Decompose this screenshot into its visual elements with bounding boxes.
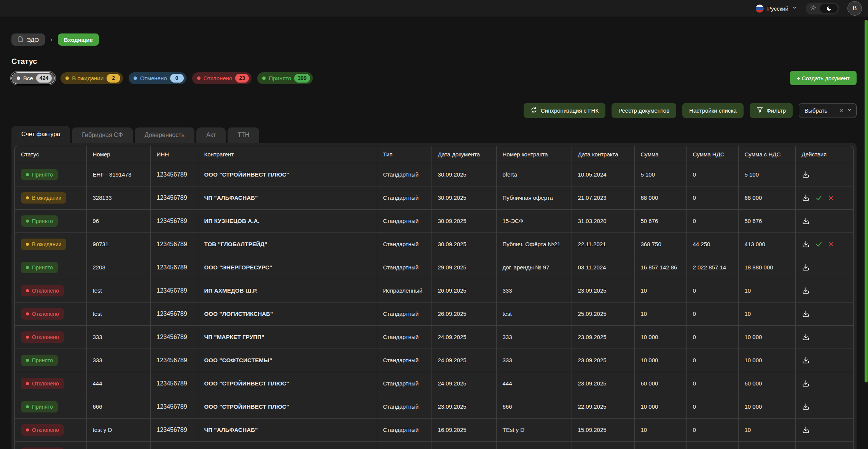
row-actions bbox=[802, 287, 847, 295]
row-actions bbox=[802, 170, 847, 178]
row-actions bbox=[802, 217, 847, 225]
filter-button[interactable]: Фильтр bbox=[750, 103, 793, 118]
breadcrumb-item-inbox[interactable]: Входящие bbox=[58, 33, 99, 46]
status-dot-icon bbox=[17, 76, 20, 80]
table-row[interactable]: Отклоненоtest y D123456789ЧП "АЛЬФАСНАБ"… bbox=[15, 418, 853, 441]
table-row[interactable]: В ожидании90731123456789ТОВ "ГЛОБАЛТРЕЙД… bbox=[15, 232, 853, 256]
download-icon[interactable] bbox=[802, 356, 810, 364]
status-filter-chips: Все424В ожидании2Отменено0Отклонено23При… bbox=[11, 72, 313, 84]
vat-cell: 0 bbox=[686, 372, 738, 395]
amount-with-vat-cell: 5 100 bbox=[738, 163, 795, 186]
table-row[interactable]: ПринятоEHF - 3191473123456789ООО "СТРОЙИ… bbox=[15, 163, 853, 186]
table-row[interactable]: Отклонено444123456789ООО "СТРОЙИНВЕСТ ПЛ… bbox=[15, 372, 853, 395]
table-row[interactable]: Принято96123456789ИП КУЗНЕЦОВ А.А.Станда… bbox=[15, 209, 853, 232]
download-icon[interactable] bbox=[802, 403, 810, 411]
number-cell: 90731 bbox=[86, 232, 150, 256]
vat-cell bbox=[686, 441, 738, 449]
tab-ттн[interactable]: ТТН bbox=[228, 127, 259, 143]
number-cell: test bbox=[86, 279, 150, 302]
row-actions bbox=[802, 310, 847, 318]
download-icon[interactable] bbox=[802, 310, 810, 318]
create-document-button[interactable]: + Создать документ bbox=[790, 71, 857, 85]
amount-with-vat-cell: 50 676 bbox=[738, 209, 795, 232]
counterparty-cell: ЧП "АЛЬФАСНАБ" bbox=[198, 186, 377, 209]
chip-label: Отменено bbox=[140, 75, 167, 81]
table-row[interactable]: Отклонено bbox=[15, 441, 853, 449]
status-filter-accepted[interactable]: Принято399 bbox=[257, 72, 312, 84]
table-row[interactable]: Принято2203123456789ООО "ЭНЕРГОРЕСУРС"Ст… bbox=[15, 256, 853, 279]
breadcrumb-item-edo[interactable]: ЭДО bbox=[11, 33, 45, 46]
amount-with-vat-cell: 10 bbox=[738, 279, 795, 302]
column-header: Дата документа bbox=[432, 146, 496, 163]
theme-toggle[interactable] bbox=[806, 3, 839, 14]
download-icon[interactable] bbox=[802, 426, 810, 434]
status-filter-all-selected[interactable]: Все424 bbox=[11, 72, 55, 84]
actions-cell bbox=[795, 418, 853, 441]
amount-cell: 16 857 142.86 bbox=[634, 256, 686, 279]
sync-gnk-button[interactable]: Синхронизация с ГНК bbox=[524, 103, 605, 118]
chip-label: Все bbox=[23, 75, 33, 81]
actions-cell bbox=[795, 372, 853, 395]
language-selector[interactable]: Русский bbox=[756, 5, 797, 13]
status-dot-icon bbox=[26, 359, 29, 362]
download-icon[interactable] bbox=[802, 333, 810, 341]
reject-x-icon[interactable] bbox=[828, 241, 834, 247]
status-filter-pending[interactable]: В ожидании2 bbox=[61, 72, 123, 84]
download-icon[interactable] bbox=[802, 379, 810, 387]
tab-доверенность[interactable]: Доверенность bbox=[135, 127, 194, 143]
main-content: ЭДО › Входящие Статус Все424В ожидании2О… bbox=[0, 33, 868, 449]
type-cell: Стандартный bbox=[377, 163, 432, 186]
chip-count-badge: 424 bbox=[36, 74, 52, 83]
download-icon[interactable] bbox=[802, 240, 810, 248]
vertical-scrollbar[interactable] bbox=[865, 20, 868, 382]
status-dot-icon bbox=[134, 76, 137, 80]
status-dot-icon bbox=[26, 266, 29, 269]
status-filter-rejected[interactable]: Отклонено23 bbox=[192, 72, 252, 84]
status-cell: Отклонено bbox=[15, 279, 86, 302]
actions-cell bbox=[795, 186, 853, 209]
contract-date-cell: 03.11.2024 bbox=[572, 256, 634, 279]
document-registry-button[interactable]: Реестр документов bbox=[612, 103, 676, 118]
number-cell: 328133 bbox=[86, 186, 150, 209]
amount-cell: 10 bbox=[634, 302, 686, 325]
table-row[interactable]: В ожидании328133123456789ЧП "АЛЬФАСНАБ"С… bbox=[15, 186, 853, 209]
vat-cell: 0 bbox=[686, 163, 738, 186]
inn-cell: 123456789 bbox=[150, 163, 198, 186]
status-filter-canceled[interactable]: Отменено0 bbox=[129, 72, 186, 84]
tab-акт[interactable]: Акт bbox=[196, 127, 226, 143]
download-icon[interactable] bbox=[802, 263, 810, 271]
status-cell: Отклонено bbox=[15, 372, 86, 395]
download-icon[interactable] bbox=[802, 287, 810, 295]
amount-with-vat-cell: 10 000 bbox=[738, 395, 795, 418]
table-row[interactable]: Отклонено333123456789ЧП "МАРКЕТ ГРУПП"Ст… bbox=[15, 325, 853, 349]
tab-гибридная-сф[interactable]: Гибридная СФ bbox=[72, 127, 133, 143]
doc-date-cell: 26.09.2025 bbox=[432, 279, 496, 302]
clear-icon[interactable]: ✕ bbox=[839, 108, 844, 114]
status-dot-icon bbox=[262, 76, 266, 80]
download-icon[interactable] bbox=[802, 194, 810, 202]
column-header: Сумма НДС bbox=[686, 146, 738, 163]
table-row[interactable]: Принято333123456789ООО "СОФТСИСТЕМЫ"Стан… bbox=[15, 349, 853, 372]
contract-number-cell bbox=[496, 441, 572, 449]
breadcrumb: ЭДО › Входящие bbox=[11, 33, 857, 46]
table-row[interactable]: Отклоненоtest123456789ООО "ЛОГИСТИКСНАБ"… bbox=[15, 302, 853, 325]
table-row[interactable]: Отклоненоtest123456789ИП АХМЕДОВ Ш.Р.Исп… bbox=[15, 279, 853, 302]
download-icon[interactable] bbox=[802, 170, 810, 178]
number-cell: EHF - 3191473 bbox=[86, 163, 150, 186]
user-avatar[interactable]: B bbox=[847, 1, 862, 16]
status-dot-icon bbox=[26, 312, 29, 315]
list-settings-button[interactable]: Настройки списка bbox=[682, 103, 743, 118]
reject-x-icon[interactable] bbox=[828, 195, 834, 201]
contract-number-cell: Публичная оферта bbox=[496, 186, 572, 209]
approve-check-icon[interactable] bbox=[815, 241, 822, 248]
select-dropdown[interactable]: Выбрать ✕ bbox=[799, 103, 857, 118]
approve-check-icon[interactable] bbox=[815, 194, 822, 201]
tab-счет-фактура[interactable]: Счет фактура bbox=[11, 126, 70, 143]
avatar-initial: B bbox=[853, 5, 857, 12]
download-icon[interactable] bbox=[802, 217, 810, 225]
table-row[interactable]: Принято666123456789ООО "СТРОЙИНВЕСТ ПЛЮС… bbox=[15, 395, 853, 418]
actions-cell bbox=[795, 325, 853, 349]
type-cell: Стандартный bbox=[377, 325, 432, 349]
status-badge: Отклонено bbox=[21, 308, 64, 320]
contract-date-cell: 23.09.2025 bbox=[572, 279, 634, 302]
